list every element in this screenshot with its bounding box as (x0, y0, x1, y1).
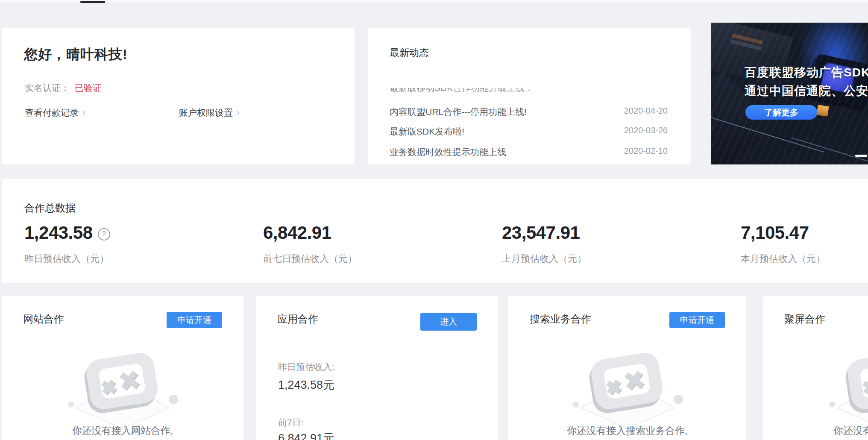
news-item-text: 最新版SDK发布啦! (390, 126, 464, 138)
empty-state-text: 你还没有接入网站合作, (2, 424, 243, 437)
news-item[interactable]: 最新版SDK发布啦! 2020-03-26 (390, 126, 668, 137)
empty-state-text: 你还没有接入搜索业务合作, (508, 424, 746, 437)
active-tab-indicator (80, 1, 105, 3)
news-list: 最新版移动SDK合作功能升级上线！ 内容联盟URL合作---停用功能上线! 20… (390, 88, 668, 158)
news-card-title: 最新动态 (390, 46, 429, 59)
empty-state-illustration (65, 344, 180, 429)
stat-value: 1,243.58? (24, 223, 110, 243)
search-coop-card: 搜索业务合作 申请开通 你还没有接入搜索业务合作, (508, 296, 746, 440)
banner-headline-line1: 百度联盟移动广告SDK (745, 65, 868, 81)
app-stat-label: 前7日: (278, 417, 304, 428)
total-data-card: 合作总数据 1,243.58? 昨日预估收入（元） 6,842.91 前七日预估… (2, 179, 868, 283)
news-item-date: 2020-03-26 (624, 126, 668, 135)
stat-label: 昨日预估收入（元） (24, 252, 109, 265)
stat-value: 23,547.91 (502, 223, 580, 243)
apply-open-button[interactable]: 申请开通 (669, 312, 725, 328)
greeting-card: 您好，晴叶科技! 实名认证： 已验证 查看付款记录› 账户权限设置› (2, 28, 355, 164)
promo-banner[interactable]: 百度联盟移动广告SDK 通过中国信通院、公安部 了解更多 (711, 23, 868, 164)
news-item[interactable]: 业务数据时效性提示功能上线 2020-02-10 (390, 146, 668, 157)
empty-state-illustration (826, 344, 868, 429)
enter-button[interactable]: 进入 (420, 313, 477, 331)
carousel-indicator[interactable] (855, 155, 867, 157)
stat-value: 7,105.47 (741, 223, 809, 243)
stat-label: 上月预估收入（元） (502, 252, 586, 265)
help-icon[interactable]: ? (98, 228, 110, 241)
greeting-title: 您好，晴叶科技! (24, 45, 128, 64)
coop-card-title: 应用合作 (277, 312, 318, 326)
realname-verification-row: 实名认证： 已验证 (25, 82, 102, 94)
dashboard-page: 您好，晴叶科技! 实名认证： 已验证 查看付款记录› 账户权限设置› 最新动态 … (0, 0, 868, 440)
news-item-date: 2020-04-20 (624, 106, 668, 116)
app-coop-card: 应用合作 进入 昨日预估收入: 1,243.58元 前7日: 6,842.91元 (256, 296, 498, 440)
stat-label: 前七日预估收入（元） (263, 252, 357, 265)
app-stat-label: 昨日预估收入: (278, 361, 334, 373)
latest-news-card: 最新动态 最新版移动SDK合作功能升级上线！ 内容联盟URL合作---停用功能上… (368, 28, 691, 164)
learn-more-button[interactable]: 了解更多 (745, 105, 817, 120)
news-item-date: 2020-02-10 (624, 146, 668, 156)
top-bar (0, 0, 868, 3)
coop-card-title: 聚屏合作 (784, 312, 825, 326)
banner-deco-orange-cube (816, 105, 829, 116)
banner-headline-line2: 通过中国信通院、公安部 (745, 83, 868, 99)
stat-value: 6,842.91 (263, 223, 331, 243)
news-item[interactable]: 内容联盟URL合作---停用功能上线! 2020-04-20 (390, 106, 668, 117)
verify-status-badge: 已验证 (75, 83, 102, 93)
news-item-scrolling-partial[interactable]: 最新版移动SDK合作功能升级上线！ (390, 88, 668, 95)
coop-card-title: 网站合作 (23, 312, 64, 326)
chevron-right-icon: › (237, 107, 240, 118)
stat-label: 本月预估收入（元） (741, 252, 825, 265)
news-item-text: 内容联盟URL合作---停用功能上线! (390, 106, 527, 118)
coop-card-title: 搜索业务合作 (530, 312, 591, 326)
website-coop-card: 网站合作 申请开通 你还没有接入网站合作, (2, 296, 243, 440)
total-data-title: 合作总数据 (24, 201, 76, 215)
app-stat-value: 6,842.91元 (278, 431, 334, 440)
payment-records-link[interactable]: 查看付款记录› (25, 107, 85, 119)
verify-label: 实名认证： (25, 83, 70, 93)
news-item-text: 业务数据时效性提示功能上线 (390, 146, 506, 158)
empty-state-illustration (570, 344, 685, 429)
apply-open-button[interactable]: 申请开通 (167, 312, 222, 328)
empty-state-text: 你还没有接入聚屏合作, (763, 424, 868, 437)
app-stat-value: 1,243.58元 (278, 377, 334, 393)
juping-coop-card: 聚屏合作 你还没有接入聚屏合作, (763, 296, 868, 440)
account-permission-link[interactable]: 账户权限设置› (179, 107, 240, 119)
chevron-right-icon: › (82, 107, 85, 118)
